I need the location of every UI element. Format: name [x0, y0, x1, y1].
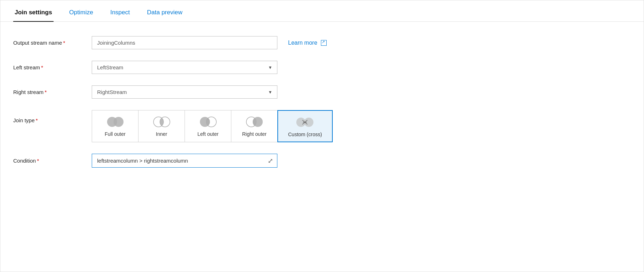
join-option-full-outer[interactable]: Full outer [92, 110, 139, 142]
tabs-bar: Join settings Optimize Inspect Data prev… [0, 0, 644, 22]
inner-label: Inner [156, 131, 167, 137]
join-type-label: Join type* [13, 110, 92, 123]
join-option-inner[interactable]: Inner [139, 110, 185, 142]
tab-join-settings[interactable]: Join settings [13, 4, 54, 22]
condition-label: Condition* [13, 158, 92, 164]
left-outer-icon [198, 115, 218, 128]
left-stream-select-wrapper: LeftStream ▼ [92, 61, 277, 74]
learn-more-link[interactable]: Learn more [288, 40, 327, 46]
right-stream-label: Right stream* [13, 89, 92, 95]
condition-expand-icon[interactable]: ⤢ [268, 157, 273, 165]
required-star-right: * [45, 89, 47, 95]
condition-row: Condition* ⤢ [13, 154, 631, 168]
left-outer-label: Left outer [197, 131, 218, 137]
right-outer-icon [245, 115, 264, 128]
left-stream-select[interactable]: LeftStream [92, 61, 277, 74]
tab-optimize[interactable]: Optimize [68, 4, 95, 22]
left-stream-label: Left stream* [13, 64, 92, 70]
output-stream-name-row: Output stream name* Learn more [13, 36, 631, 49]
output-stream-name-input[interactable] [92, 36, 277, 49]
right-outer-label: Right outer [242, 131, 266, 137]
learn-more-label: Learn more [288, 40, 317, 46]
main-container: Join settings Optimize Inspect Data prev… [0, 0, 644, 272]
required-star: * [63, 40, 65, 46]
inner-icon [152, 115, 171, 128]
join-option-custom-cross[interactable]: Custom (cross) [277, 110, 333, 142]
svg-point-1 [114, 117, 124, 127]
tab-inspect[interactable]: Inspect [109, 4, 131, 22]
tab-data-preview[interactable]: Data preview [146, 4, 184, 22]
required-star-condition: * [37, 158, 39, 164]
join-option-right-outer[interactable]: Right outer [231, 110, 278, 142]
left-stream-row: Left stream* LeftStream ▼ [13, 61, 631, 74]
custom-cross-icon [295, 116, 315, 129]
custom-cross-label: Custom (cross) [288, 132, 322, 137]
external-link-icon [321, 40, 327, 46]
full-outer-icon [106, 115, 125, 128]
output-stream-name-label: Output stream name* [13, 40, 92, 46]
condition-input[interactable] [92, 154, 277, 168]
form-area: Output stream name* Learn more Left stre… [0, 22, 644, 193]
full-outer-label: Full outer [105, 131, 125, 137]
condition-input-wrapper: ⤢ [92, 154, 277, 168]
right-stream-select-wrapper: RightStream ▼ [92, 85, 277, 99]
right-stream-row: Right stream* RightStream ▼ [13, 85, 631, 99]
join-option-left-outer[interactable]: Left outer [185, 110, 231, 142]
join-type-options: Full outer [92, 110, 333, 142]
right-stream-select[interactable]: RightStream [92, 85, 277, 99]
required-star-left: * [41, 64, 43, 70]
required-star-join: * [36, 117, 38, 123]
join-type-row: Join type* Full outer [13, 110, 631, 142]
